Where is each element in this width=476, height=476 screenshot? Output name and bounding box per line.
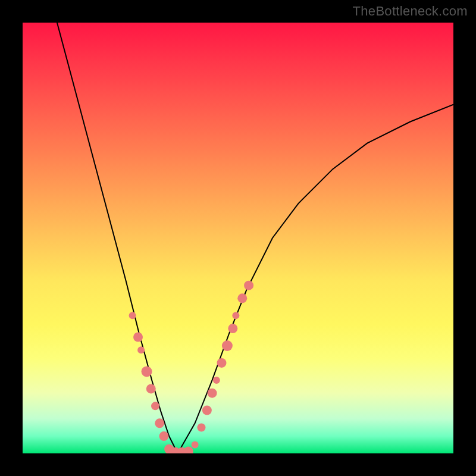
data-dot <box>197 424 205 432</box>
data-dot <box>133 333 143 342</box>
data-dot <box>184 446 193 453</box>
data-dot <box>129 312 136 319</box>
data-dot <box>151 402 159 410</box>
chart-container: TheBottleneck.com <box>0 0 476 476</box>
curve-left <box>57 23 178 453</box>
data-dots <box>129 281 253 453</box>
watermark-text: TheBottleneck.com <box>353 4 468 19</box>
data-dot <box>159 431 168 441</box>
data-dot <box>222 340 233 351</box>
chart-svg <box>23 23 453 453</box>
data-dot <box>213 377 220 384</box>
data-dot <box>244 281 253 290</box>
data-dot <box>146 384 156 393</box>
data-dot <box>192 441 199 449</box>
data-dot <box>228 324 237 333</box>
data-dot <box>237 293 247 303</box>
data-dot <box>232 312 239 319</box>
data-dot <box>202 406 212 415</box>
curve-right <box>178 105 453 453</box>
data-dot <box>217 358 226 368</box>
data-dot <box>137 346 145 353</box>
data-dot <box>208 389 217 398</box>
data-dot <box>155 418 164 428</box>
plot-area <box>23 23 453 453</box>
data-dot <box>142 366 152 377</box>
